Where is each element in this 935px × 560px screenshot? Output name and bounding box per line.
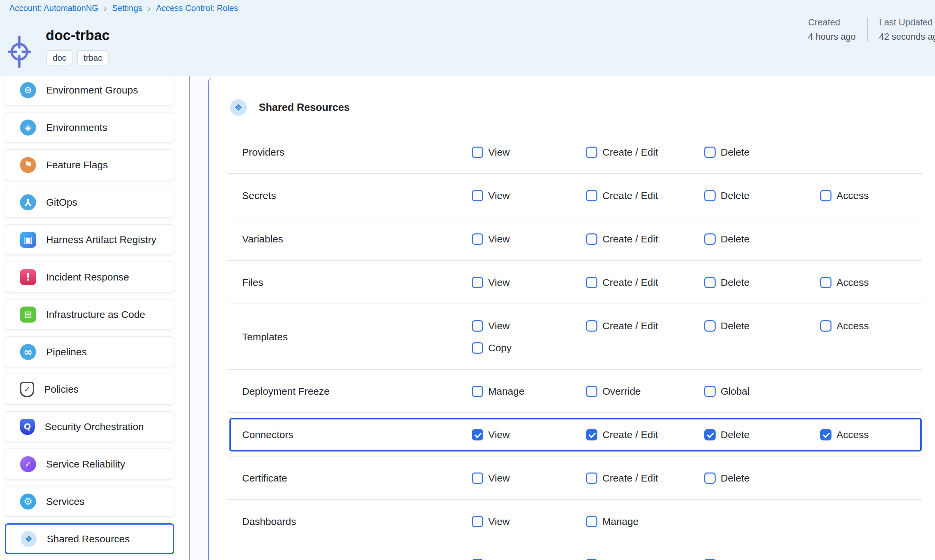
permission-label: View	[488, 277, 510, 288]
permission-checkbox[interactable]	[704, 146, 716, 158]
sidebar-item[interactable]: ▣ Harness Artifact Registry	[5, 224, 174, 255]
permission-checkbox[interactable]	[586, 472, 597, 484]
sidebar-item[interactable]: ✓ Service Reliability	[5, 448, 174, 480]
permission-checkbox[interactable]	[472, 558, 483, 560]
resource-category-icon: ⊛	[20, 82, 36, 98]
page-header: Account: AutomationNG › Settings › Acces…	[0, 0, 935, 76]
permission-checkbox[interactable]	[820, 190, 832, 202]
permission-checkbox[interactable]	[472, 190, 483, 202]
sidebar-item-label: Feature Flags	[46, 159, 108, 171]
permission-label: Delete	[721, 277, 750, 288]
permission-checkbox[interactable]	[472, 146, 483, 158]
permission-label: View	[488, 516, 510, 527]
permission-checkbox[interactable]	[472, 342, 483, 354]
permission-checkbox[interactable]	[472, 234, 483, 245]
permissions-panel: ❖ Shared Resources Providers View	[208, 78, 935, 560]
permission: Create / Edit	[586, 429, 658, 440]
sidebar-item[interactable]: ⚙ Services	[5, 486, 174, 517]
permission-checkbox[interactable]	[704, 386, 716, 397]
sidebar-item-label: Incident Response	[46, 271, 129, 283]
permission-checkbox[interactable]	[704, 320, 716, 332]
permission-label: Override	[603, 386, 641, 397]
permission-label: View	[488, 320, 510, 332]
updated-label: Last Updated	[879, 17, 935, 28]
permission-checkbox[interactable]	[472, 472, 483, 484]
permission-checkbox[interactable]	[704, 234, 716, 245]
sidebar-item-label: Security Orchestration	[45, 421, 144, 432]
resource-category-icon: ⚙	[20, 494, 36, 509]
sidebar-item[interactable]: ∞ Pipelines	[5, 336, 174, 367]
permission: View	[472, 429, 510, 440]
permission: View	[472, 146, 510, 158]
breadcrumb-settings-link[interactable]: Settings	[112, 3, 142, 13]
permission-checkbox[interactable]	[472, 277, 483, 288]
permission-lines	[209, 553, 935, 560]
sidebar-item[interactable]: ⚑ Feature Flags	[5, 149, 174, 180]
permission	[704, 558, 721, 560]
permission-label: Delete	[721, 429, 750, 440]
permission	[586, 558, 603, 560]
sidebar-item[interactable]: ◈ Environments	[5, 112, 174, 143]
sidebar-item[interactable]: ! Incident Response	[5, 262, 174, 292]
permission-line: View Create / Edit Delete Access	[209, 424, 935, 446]
section-header: ❖ Shared Resources	[230, 99, 935, 116]
permission-checkbox[interactable]	[704, 558, 716, 560]
permission-lines: View Manage	[209, 511, 935, 532]
permission-checkbox[interactable]	[820, 277, 832, 288]
permission-checkbox[interactable]	[586, 277, 597, 288]
page-title: doc-trbac	[46, 28, 109, 43]
permission-row: Files View Create / Edit	[209, 261, 935, 304]
permission-label: Create / Edit	[603, 234, 658, 245]
permission: Global	[704, 386, 750, 397]
permission-checkbox[interactable]	[820, 320, 832, 332]
breadcrumb-roles-link[interactable]: Access Control: Roles	[156, 3, 238, 13]
permission: Delete	[704, 472, 750, 484]
created-value: 4 hours ago	[808, 32, 856, 42]
permission-label: Access	[837, 429, 869, 440]
permission: Delete	[704, 320, 750, 332]
resource-category-icon: ❖	[21, 531, 37, 547]
sidebar-item[interactable]: Y GitOps	[5, 187, 174, 218]
permission-row: Deployment Freeze Manage Override	[209, 370, 935, 413]
permission: Manage	[472, 386, 524, 397]
permission-checkbox[interactable]	[586, 320, 597, 332]
permission-checkbox[interactable]	[586, 146, 597, 158]
permission-label: Access	[837, 320, 869, 332]
permission-checkbox[interactable]	[820, 429, 832, 440]
permission-checkbox[interactable]	[704, 277, 716, 288]
sidebar-item[interactable]: ⊛ Environment Groups	[5, 74, 174, 106]
sidebar-item-label: Shared Resources	[47, 533, 129, 545]
permission-label: Create / Edit	[603, 190, 658, 202]
permission-checkbox[interactable]	[472, 386, 483, 397]
sidebar-item[interactable]: ✓ Policies	[5, 374, 174, 405]
resource-category-icon: ✓	[20, 456, 36, 472]
permission-checkbox[interactable]	[586, 558, 597, 560]
chevron-right-icon: ›	[104, 3, 107, 13]
sidebar-item[interactable]: Q Security Orchestration	[5, 411, 174, 442]
permission: Delete	[704, 234, 750, 245]
breadcrumb-account-link[interactable]: Account: AutomationNG	[9, 3, 98, 13]
permission-checkbox[interactable]	[586, 429, 597, 440]
permission-checkbox[interactable]	[586, 386, 597, 397]
sidebar-item[interactable]: ⊞ Infrastructure as Code	[5, 299, 174, 330]
permission-checkbox[interactable]	[704, 190, 716, 202]
permission-checkbox[interactable]	[472, 320, 483, 332]
permission-checkbox[interactable]	[472, 429, 483, 440]
permission: Access	[820, 277, 869, 288]
permission-checkbox[interactable]	[472, 516, 483, 527]
permission-line: Copy	[209, 337, 935, 359]
permission-label: Access	[837, 277, 869, 288]
sidebar-item[interactable]: ❖ Shared Resources	[5, 523, 174, 554]
permission-lines: View Create / Edit Delete	[209, 141, 935, 163]
permission-checkbox[interactable]	[586, 516, 597, 527]
permission-line: View Create / Edit Delete	[209, 141, 935, 163]
permission-label: Copy	[488, 342, 512, 354]
resource-category-icon: ∞	[20, 344, 36, 360]
permission-checkbox[interactable]	[586, 190, 597, 202]
permission-line: View Create / Edit Delete	[209, 228, 935, 250]
sidebar-item-label: Policies	[44, 384, 78, 395]
resource-category-icon: ⚑	[20, 157, 36, 173]
permission-checkbox[interactable]	[704, 472, 716, 484]
permission-checkbox[interactable]	[586, 234, 597, 245]
permission-checkbox[interactable]	[704, 429, 716, 440]
